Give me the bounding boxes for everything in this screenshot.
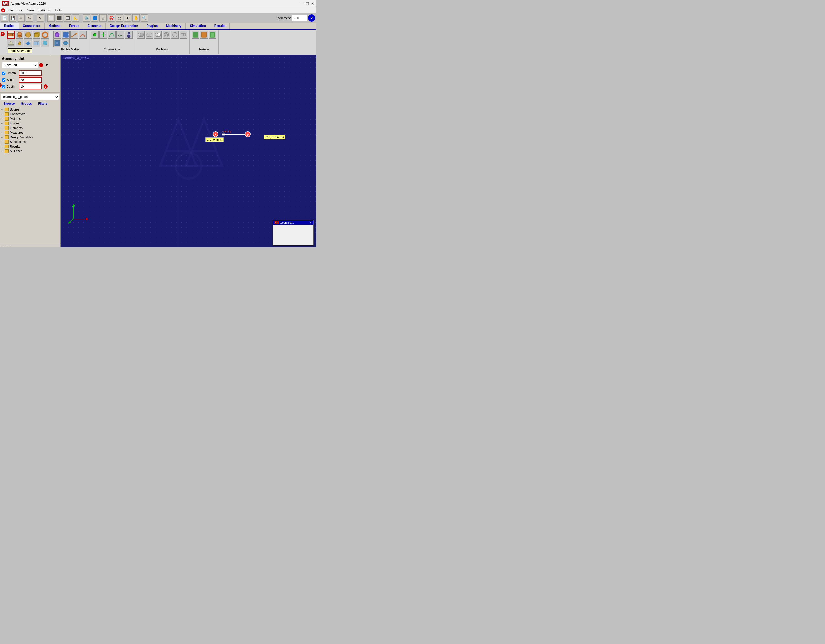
menu-view[interactable]: View — [25, 8, 36, 12]
width-checkbox[interactable] — [2, 78, 5, 82]
snap-button[interactable]: 🎯 — [108, 14, 115, 22]
pencil-icon[interactable] — [7, 39, 15, 47]
tab-bodies[interactable]: Bodies — [0, 23, 19, 29]
search-bar[interactable]: Search — [0, 245, 60, 247]
tree-item-all-other[interactable]: + All Other — [1, 149, 59, 153]
flex-body-1[interactable] — [53, 31, 61, 39]
tree-item-measures[interactable]: + Measures — [1, 130, 59, 135]
constr-surface[interactable]: xyz — [116, 31, 124, 39]
tree-item-motions[interactable]: + Motions — [1, 116, 59, 121]
tab-machinery[interactable]: Machinery — [162, 23, 186, 29]
constr-point[interactable] — [91, 31, 99, 39]
depth-input[interactable] — [19, 84, 42, 90]
increment-input[interactable] — [292, 15, 307, 21]
tree-item-forces[interactable]: + Forces — [1, 121, 59, 126]
depth-checkbox[interactable] — [2, 85, 5, 88]
select-button[interactable]: ↖ — [37, 14, 44, 22]
frustum-icon[interactable] — [16, 39, 23, 47]
tree-expand-design-variables[interactable]: + — [1, 136, 5, 139]
tab-results[interactable]: Results — [210, 23, 230, 29]
flex-body-5[interactable] — [53, 39, 61, 47]
tree-expand-bodies[interactable]: + — [1, 108, 5, 111]
tree-item-simulations[interactable]: + Simulations — [1, 140, 59, 144]
tab-elements[interactable]: Elements — [83, 23, 106, 29]
tree-item-bodies[interactable]: + Bodies — [1, 107, 59, 112]
constr-person[interactable] — [125, 31, 133, 39]
feature-1[interactable] — [192, 31, 199, 39]
bool-op4[interactable] — [162, 31, 170, 39]
help-button[interactable]: ? — [308, 14, 315, 22]
minimize-button[interactable]: — — [300, 2, 304, 6]
tab-plugins[interactable]: Plugins — [142, 23, 162, 29]
view3d-button[interactable]: 🔲 — [64, 14, 71, 22]
bool-op6[interactable] — [179, 31, 187, 39]
tab-forces[interactable]: Forces — [65, 23, 83, 29]
tree-item-results[interactable]: + Results — [1, 144, 59, 149]
constr-marker[interactable] — [99, 31, 107, 39]
menu-settings[interactable]: Settings — [37, 8, 52, 12]
tree-item-connectors[interactable]: + Connectors — [1, 112, 59, 116]
close-button[interactable]: ✕ — [311, 2, 314, 6]
tree-expand-connectors[interactable]: + — [1, 113, 5, 116]
zoom-button[interactable]: 🔍 — [141, 14, 148, 22]
flex-body-2[interactable] — [62, 31, 70, 39]
new-part-dropdown-arrow[interactable]: ▼ — [45, 63, 49, 68]
new-part-select[interactable]: New Part — [2, 62, 38, 68]
db-tab-filters[interactable]: Filters — [36, 101, 50, 106]
titlebar-controls[interactable]: — ☐ ✕ — [300, 2, 314, 6]
bool-op5[interactable] — [171, 31, 179, 39]
length-checkbox[interactable] — [2, 72, 5, 75]
width-input[interactable] — [19, 77, 42, 83]
save-button[interactable]: 💾 — [9, 14, 17, 22]
grid-button[interactable]: ⊞ — [99, 14, 107, 22]
pan-button[interactable]: ✋ — [132, 14, 140, 22]
sphere-icon[interactable] — [24, 31, 32, 39]
feature-3[interactable] — [209, 31, 216, 39]
constr-curve[interactable] — [108, 31, 116, 39]
point-button[interactable]: ✦ — [124, 14, 131, 22]
torus-icon[interactable] — [41, 31, 49, 39]
redo-button[interactable]: ↪ — [26, 14, 33, 22]
menu-edit[interactable]: Edit — [15, 8, 25, 12]
tree-item-design-variables[interactable]: + Design Variables — [1, 135, 59, 140]
tree-expand-elements[interactable]: + — [1, 127, 5, 130]
bool-intersect[interactable] — [145, 31, 153, 39]
flex-body-6[interactable] — [62, 39, 70, 47]
tree-item-elements[interactable]: + Elements — [1, 126, 59, 130]
db-tab-groups[interactable]: Groups — [18, 101, 34, 106]
db-select[interactable]: .example_3_press — [1, 94, 59, 100]
tree-expand-results[interactable]: + — [1, 145, 5, 148]
joint-button[interactable]: ⚙️ — [83, 14, 90, 22]
tree-expand-all-other[interactable]: + — [1, 150, 5, 153]
link-icon[interactable] — [7, 31, 15, 39]
wireframe-button[interactable]: ⬜ — [47, 14, 55, 22]
ellipsoid-icon[interactable] — [41, 39, 49, 47]
flex-body-3[interactable] — [70, 31, 78, 39]
mesh-icon[interactable] — [33, 39, 40, 47]
plate-icon[interactable] — [24, 39, 32, 47]
tree-expand-forces[interactable]: + — [1, 122, 5, 125]
tab-connectors[interactable]: Connectors — [19, 23, 45, 29]
db-tab-browse[interactable]: Browse — [1, 101, 17, 106]
flex-body-4[interactable] — [79, 31, 87, 39]
menu-tools[interactable]: Tools — [52, 8, 63, 12]
tab-design-exploration[interactable]: Design Exploration — [106, 23, 142, 29]
solid-button[interactable]: 🟦 — [91, 14, 98, 22]
shaded-button[interactable]: ⬛ — [56, 14, 63, 22]
tab-motions[interactable]: Motions — [45, 23, 65, 29]
feature-2[interactable] — [200, 31, 208, 39]
target-button[interactable]: ◎ — [116, 14, 123, 22]
box-icon[interactable] — [33, 31, 40, 39]
ortho-button[interactable]: 📐 — [72, 14, 79, 22]
tree-expand-measures[interactable]: + — [1, 131, 5, 134]
maximize-button[interactable]: ☐ — [306, 2, 309, 6]
menu-file[interactable]: File — [6, 8, 15, 12]
tree-expand-motions[interactable]: + — [1, 117, 5, 120]
cylinder-icon[interactable] — [16, 31, 23, 39]
coord-close-button[interactable]: ✕ — [310, 221, 312, 224]
undo-button[interactable]: ↩ — [17, 14, 25, 22]
tab-simulation[interactable]: Simulation — [186, 23, 210, 29]
length-input[interactable] — [19, 70, 42, 76]
bool-union[interactable] — [137, 31, 145, 39]
bool-subtract[interactable] — [154, 31, 162, 39]
